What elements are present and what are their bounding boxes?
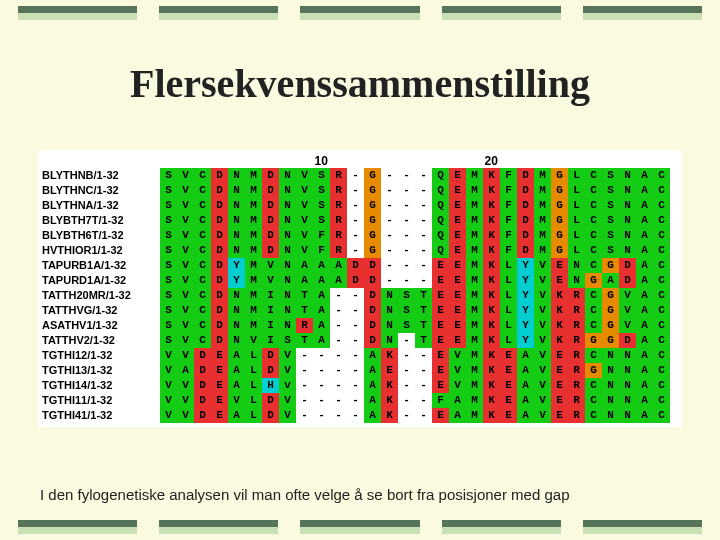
- residue-cell: T: [415, 303, 432, 318]
- residue-cell: C: [194, 258, 211, 273]
- sequence-name: TATTH20MR/1-32: [42, 288, 160, 303]
- residue-cell: E: [551, 378, 568, 393]
- residue-cell: F: [500, 228, 517, 243]
- residue-cell: N: [619, 243, 636, 258]
- residue-cell: D: [194, 393, 211, 408]
- residue-cell: C: [653, 378, 670, 393]
- residue-cell: N: [619, 363, 636, 378]
- residue-cell: F: [500, 198, 517, 213]
- residue-cell: -: [347, 363, 364, 378]
- residue-cell: V: [177, 333, 194, 348]
- residue-cell: G: [551, 198, 568, 213]
- residue-cell: -: [330, 363, 347, 378]
- residue-cell: -: [415, 258, 432, 273]
- residue-cell: F: [500, 213, 517, 228]
- sequence-name: TGTHI14/1-32: [42, 378, 160, 393]
- residue-cell: A: [636, 168, 653, 183]
- residue-cell: R: [568, 348, 585, 363]
- residue-cell: V: [177, 228, 194, 243]
- residue-cell: -: [415, 168, 432, 183]
- residue-cell: V: [534, 303, 551, 318]
- residue-cell: -: [381, 168, 398, 183]
- residue-cell: A: [228, 348, 245, 363]
- alignment-row: TATTH20MR/1-32SVCDNMINTA--DNSTEEMKLYVKRC…: [42, 288, 678, 303]
- residue-cell: -: [415, 183, 432, 198]
- residue-cell: N: [381, 318, 398, 333]
- residue-cell: -: [415, 393, 432, 408]
- residue-cell: M: [245, 243, 262, 258]
- residue-cell: C: [653, 288, 670, 303]
- residue-cell: V: [619, 288, 636, 303]
- residue-cell: K: [551, 303, 568, 318]
- residue-cell: N: [279, 228, 296, 243]
- residue-cell: R: [568, 378, 585, 393]
- sequence-name: BLYTHNA/1-32: [42, 198, 160, 213]
- residue-cell: T: [296, 333, 313, 348]
- residue-cell: R: [330, 168, 347, 183]
- residue-cell: -: [381, 228, 398, 243]
- residue-cell: G: [602, 258, 619, 273]
- residue-cell: M: [245, 168, 262, 183]
- residue-cell: V: [534, 378, 551, 393]
- residue-cell: G: [364, 168, 381, 183]
- residue-cell: -: [330, 348, 347, 363]
- residue-cell: G: [364, 183, 381, 198]
- residue-cell: -: [398, 363, 415, 378]
- residue-cell: N: [228, 288, 245, 303]
- residue-cell: T: [415, 333, 432, 348]
- residue-cell: -: [347, 378, 364, 393]
- sequence-cells: SVCDYMVNAAADD---EEMKLYVENGADAC: [160, 273, 670, 288]
- residue-cell: I: [262, 303, 279, 318]
- residue-cell: A: [602, 273, 619, 288]
- residue-cell: L: [245, 378, 262, 393]
- residue-cell: D: [211, 333, 228, 348]
- residue-cell: Q: [432, 183, 449, 198]
- residue-cell: E: [551, 348, 568, 363]
- residue-cell: R: [330, 213, 347, 228]
- sequence-name: TAPURB1A/1-32: [42, 258, 160, 273]
- residue-cell: -: [330, 408, 347, 423]
- residue-cell: E: [551, 273, 568, 288]
- residue-cell: F: [313, 243, 330, 258]
- residue-cell: A: [364, 348, 381, 363]
- residue-cell: K: [483, 393, 500, 408]
- residue-cell: N: [619, 198, 636, 213]
- residue-cell: -: [313, 408, 330, 423]
- residue-cell: R: [568, 318, 585, 333]
- residue-cell: A: [228, 408, 245, 423]
- residue-cell: D: [517, 228, 534, 243]
- residue-cell: E: [211, 348, 228, 363]
- residue-cell: M: [534, 198, 551, 213]
- residue-cell: V: [534, 318, 551, 333]
- residue-cell: A: [636, 378, 653, 393]
- residue-cell: -: [415, 228, 432, 243]
- sequence-name: BLYBTH6T/1-32: [42, 228, 160, 243]
- residue-cell: A: [517, 408, 534, 423]
- residue-cell: Y: [517, 258, 534, 273]
- residue-cell: N: [619, 228, 636, 243]
- residue-cell: V: [262, 273, 279, 288]
- residue-cell: Y: [517, 303, 534, 318]
- residue-cell: E: [449, 333, 466, 348]
- residue-cell: D: [262, 363, 279, 378]
- residue-cell: V: [534, 288, 551, 303]
- residue-cell: H: [262, 378, 279, 393]
- residue-cell: S: [279, 333, 296, 348]
- alignment-row: TAPURB1A/1-32SVCDYMVNAAADD---EEMKLYVENCG…: [42, 258, 678, 273]
- residue-cell: V: [177, 273, 194, 288]
- residue-cell: C: [653, 303, 670, 318]
- residue-cell: G: [585, 363, 602, 378]
- residue-cell: D: [517, 243, 534, 258]
- residue-cell: E: [449, 168, 466, 183]
- residue-cell: N: [602, 393, 619, 408]
- residue-cell: V: [177, 213, 194, 228]
- residue-cell: -: [398, 348, 415, 363]
- residue-cell: M: [245, 213, 262, 228]
- residue-cell: D: [619, 258, 636, 273]
- residue-cell: K: [483, 168, 500, 183]
- residue-cell: K: [483, 183, 500, 198]
- residue-cell: E: [551, 408, 568, 423]
- residue-cell: -: [313, 393, 330, 408]
- residue-cell: A: [449, 393, 466, 408]
- residue-cell: G: [585, 273, 602, 288]
